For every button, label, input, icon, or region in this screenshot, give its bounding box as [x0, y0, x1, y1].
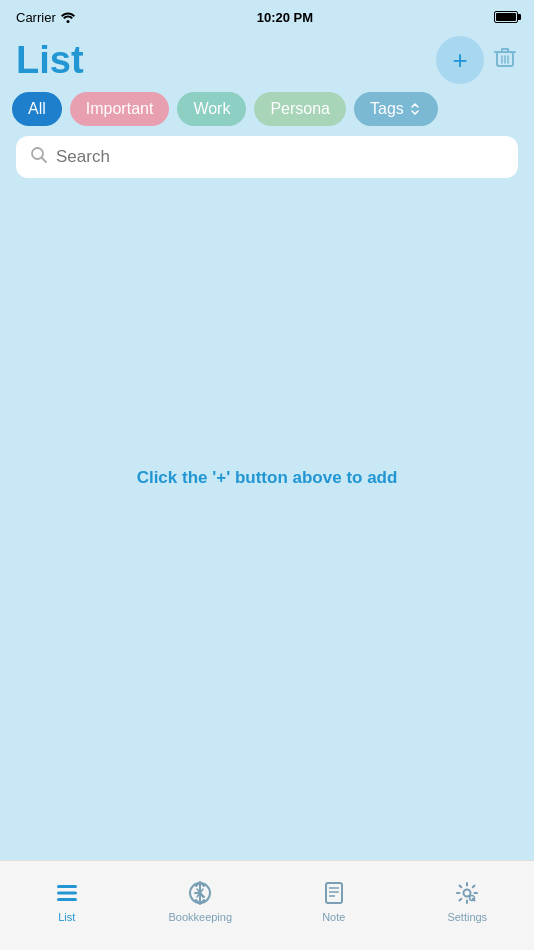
tab-bar: List Bookkeeping Note — [0, 860, 534, 950]
search-container — [0, 126, 534, 188]
add-button[interactable]: + — [436, 36, 484, 84]
search-icon — [30, 146, 48, 168]
battery-icon — [494, 11, 518, 23]
status-bar: Carrier 10:20 PM — [0, 0, 534, 32]
list-tab-icon — [53, 879, 81, 907]
tag-personal-button[interactable]: Persona — [254, 92, 346, 126]
tab-list-label: List — [58, 911, 75, 923]
empty-message: Click the '+' button above to add — [137, 468, 398, 488]
page-title: List — [16, 39, 84, 82]
tab-settings[interactable]: Settings — [401, 879, 535, 923]
magnifier-icon — [30, 146, 48, 164]
search-input[interactable] — [56, 147, 504, 167]
tag-important-button[interactable]: Important — [70, 92, 170, 126]
tag-work-button[interactable]: Work — [177, 92, 246, 126]
tag-all-button[interactable]: All — [12, 92, 62, 126]
bookkeeping-tab-icon — [186, 879, 214, 907]
chevron-updown-icon — [408, 102, 422, 116]
delete-button[interactable] — [492, 44, 518, 76]
svg-rect-11 — [57, 885, 77, 888]
tab-list[interactable]: List — [0, 879, 134, 923]
filter-tags: All Important Work Persona Tags — [0, 92, 534, 126]
settings-tab-icon — [453, 879, 481, 907]
svg-rect-13 — [57, 898, 77, 901]
tag-tags-button[interactable]: Tags — [354, 92, 438, 126]
tab-settings-label: Settings — [447, 911, 487, 923]
tab-bookkeeping[interactable]: Bookkeeping — [134, 879, 268, 923]
wifi-icon — [60, 11, 76, 23]
svg-point-20 — [464, 889, 471, 896]
note-tab-icon — [320, 879, 348, 907]
svg-rect-16 — [326, 883, 342, 903]
carrier-label: Carrier — [16, 10, 76, 25]
tab-note[interactable]: Note — [267, 879, 401, 923]
svg-line-10 — [42, 158, 47, 163]
header: List + — [0, 32, 534, 92]
svg-point-0 — [66, 20, 69, 23]
search-bar — [16, 136, 518, 178]
svg-rect-12 — [57, 891, 77, 894]
status-time: 10:20 PM — [257, 10, 313, 25]
tab-bookkeeping-label: Bookkeeping — [168, 911, 232, 923]
header-actions: + — [436, 36, 518, 84]
trash-icon — [492, 44, 518, 70]
main-content: Click the '+' button above to add — [0, 188, 534, 768]
tab-note-label: Note — [322, 911, 345, 923]
